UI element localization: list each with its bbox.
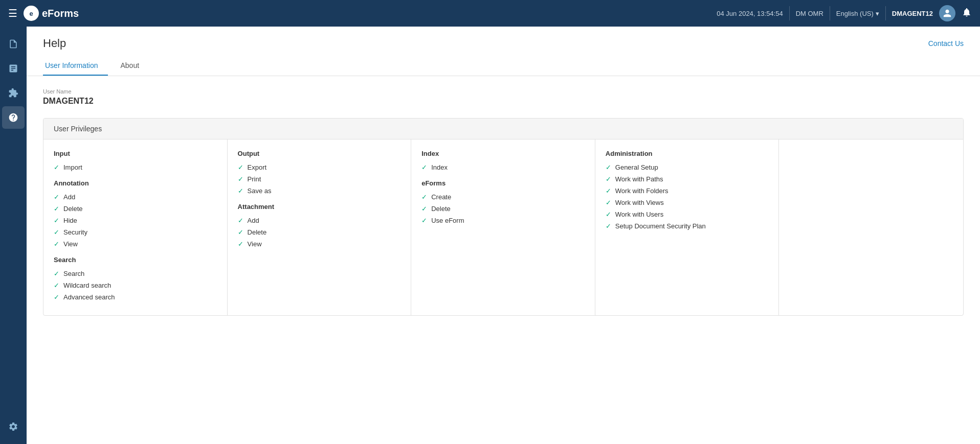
priv-item-add: ✓ Add — [54, 193, 217, 201]
priv-item-index: ✓ Index — [421, 163, 585, 171]
group-title-administration: Administration — [606, 150, 769, 157]
priv-item-work-with-views: ✓ Work with Views — [606, 199, 769, 206]
topnav: ☰ e eForms 04 Jun 2024, 13:54:54 DM OMR … — [0, 0, 980, 27]
check-icon: ✓ — [421, 163, 427, 171]
check-icon: ✓ — [606, 199, 611, 206]
priv-item-general-setup: ✓ General Setup — [606, 163, 769, 171]
user-name-value: DMAGENT12 — [43, 97, 964, 106]
check-icon: ✓ — [421, 193, 427, 201]
priv-item-print: ✓ Print — [238, 175, 401, 183]
contact-us-link[interactable]: Contact Us — [928, 39, 964, 48]
sidebar — [0, 27, 27, 444]
priv-item-delete: ✓ Delete — [54, 205, 217, 213]
privileges-header: User Privileges — [43, 119, 963, 139]
language-selector[interactable]: English (US) ▾ — [836, 10, 879, 17]
tab-about[interactable]: About — [118, 56, 149, 76]
priv-item-security: ✓ Security — [54, 228, 217, 236]
username-display: DMAGENT12 — [892, 10, 933, 17]
content-area: Help Contact Us User Information About U… — [27, 27, 980, 444]
priv-item-work-with-users: ✓ Work with Users — [606, 211, 769, 218]
group-title-index: Index — [421, 150, 585, 157]
sidebar-item-documents[interactable] — [2, 33, 25, 55]
sidebar-item-help[interactable] — [2, 106, 25, 129]
check-icon: ✓ — [54, 163, 59, 171]
sidebar-item-forms[interactable] — [2, 57, 25, 80]
priv-item-setup-doc-security: ✓ Setup Document Security Plan — [606, 222, 769, 230]
check-icon: ✓ — [421, 205, 427, 213]
check-icon: ✓ — [54, 293, 59, 301]
chevron-down-icon: ▾ — [876, 10, 879, 17]
logo-text: eForms — [42, 8, 79, 19]
privileges-section: User Privileges Input ✓ Import Annotatio… — [43, 118, 964, 316]
menu-icon[interactable]: ☰ — [8, 7, 17, 19]
sidebar-item-settings[interactable] — [2, 415, 25, 438]
priv-item-advanced-search: ✓ Advanced search — [54, 293, 217, 301]
check-icon: ✓ — [54, 205, 59, 213]
dm-label: DM OMR — [796, 10, 823, 17]
priv-item-eforms-create: ✓ Create — [421, 193, 585, 201]
priv-item-view: ✓ View — [54, 240, 217, 248]
privileges-col-1: Input ✓ Import Annotation ✓ Add — [43, 139, 228, 315]
group-title-eforms: eForms — [421, 179, 585, 187]
check-icon: ✓ — [54, 240, 59, 248]
priv-item-wildcard-search: ✓ Wildcard search — [54, 282, 217, 289]
priv-item-eforms-delete: ✓ Delete — [421, 205, 585, 213]
check-icon: ✓ — [54, 282, 59, 289]
language-text: English (US) — [836, 10, 874, 17]
avatar[interactable] — [939, 5, 955, 21]
check-icon: ✓ — [54, 228, 59, 236]
notification-icon[interactable] — [962, 7, 972, 20]
priv-item-attachment-add: ✓ Add — [238, 217, 401, 224]
check-icon: ✓ — [238, 217, 243, 224]
priv-item-import: ✓ Import — [54, 163, 217, 171]
priv-item-export: ✓ Export — [238, 163, 401, 171]
check-icon: ✓ — [238, 175, 243, 183]
check-icon: ✓ — [421, 217, 427, 224]
privileges-col-2: Output ✓ Export ✓ Print ✓ Sav — [228, 139, 412, 315]
check-icon: ✓ — [54, 193, 59, 201]
priv-item-work-with-paths: ✓ Work with Paths — [606, 175, 769, 183]
priv-item-save-as: ✓ Save as — [238, 187, 401, 195]
check-icon: ✓ — [606, 187, 611, 195]
privileges-col-3: Index ✓ Index eForms ✓ Create — [411, 139, 595, 315]
priv-item-work-with-folders: ✓ Work with Folders — [606, 187, 769, 195]
privileges-col-4: Administration ✓ General Setup ✓ Work wi… — [595, 139, 779, 315]
check-icon: ✓ — [238, 228, 243, 236]
help-page: Help Contact Us User Information About U… — [27, 27, 980, 444]
check-icon: ✓ — [54, 217, 59, 224]
help-content: User Name DMAGENT12 User Privileges Inpu… — [27, 76, 980, 444]
main-layout: Help Contact Us User Information About U… — [0, 27, 980, 444]
tab-user-information[interactable]: User Information — [43, 56, 108, 76]
priv-item-attachment-delete: ✓ Delete — [238, 228, 401, 236]
help-tabs: User Information About — [43, 56, 964, 76]
sidebar-bottom — [2, 415, 25, 438]
help-title-row: Help Contact Us — [43, 37, 964, 50]
priv-item-attachment-view: ✓ View — [238, 240, 401, 248]
check-icon: ✓ — [606, 163, 611, 171]
help-header: Help Contact Us User Information About — [27, 27, 980, 76]
priv-item-hide: ✓ Hide — [54, 217, 217, 224]
sidebar-item-plugins[interactable] — [2, 82, 25, 104]
divider-1 — [789, 6, 790, 20]
group-title-annotation: Annotation — [54, 179, 217, 187]
privileges-grid: Input ✓ Import Annotation ✓ Add — [43, 139, 963, 315]
user-name-label: User Name — [43, 88, 964, 95]
priv-item-search: ✓ Search — [54, 270, 217, 277]
check-icon: ✓ — [238, 240, 243, 248]
check-icon: ✓ — [606, 175, 611, 183]
priv-item-use-eform: ✓ Use eForm — [421, 217, 585, 224]
privileges-col-5 — [779, 139, 963, 315]
group-title-attachment: Attachment — [238, 203, 401, 211]
check-icon: ✓ — [606, 211, 611, 218]
divider-2 — [830, 6, 830, 20]
group-title-search: Search — [54, 256, 217, 264]
page-title: Help — [43, 37, 66, 50]
check-icon: ✓ — [54, 270, 59, 277]
check-icon: ✓ — [606, 222, 611, 230]
group-title-output: Output — [238, 150, 401, 157]
group-title-input: Input — [54, 150, 217, 157]
check-icon: ✓ — [238, 187, 243, 195]
divider-3 — [885, 6, 886, 20]
logo-icon: e — [24, 6, 39, 21]
logo: e eForms — [24, 6, 79, 21]
